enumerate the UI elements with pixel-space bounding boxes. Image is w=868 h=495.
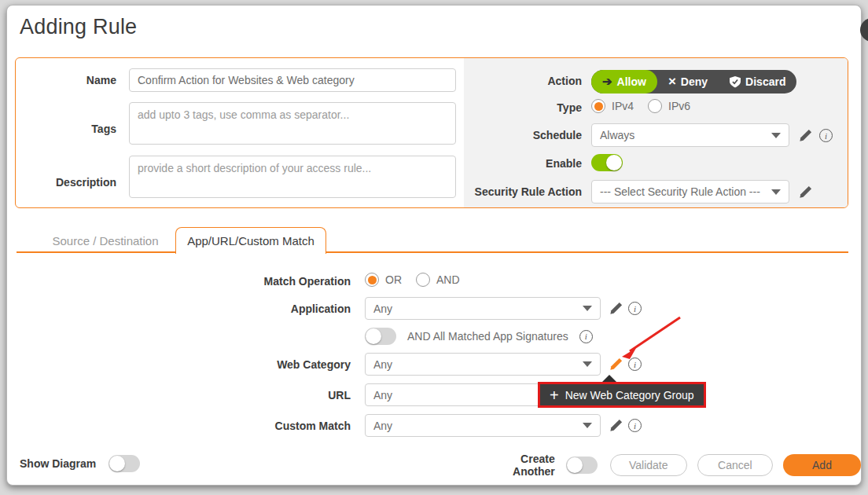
- validate-button[interactable]: Validate: [610, 454, 687, 476]
- web-category-label: Web Category: [209, 358, 351, 371]
- custom-match-dropdown[interactable]: Any: [365, 414, 601, 437]
- schedule-info-icon[interactable]: i: [819, 129, 833, 142]
- schedule-dropdown[interactable]: Always: [591, 123, 789, 147]
- or-label: OR: [385, 273, 402, 286]
- tab-app-url-custom-match[interactable]: App/URL/Custom Match: [175, 227, 326, 254]
- chevron-down-icon: [583, 306, 592, 311]
- application-dropdown[interactable]: Any: [365, 297, 601, 320]
- ipv4-radio[interactable]: [591, 99, 605, 113]
- type-label: Type: [456, 101, 582, 114]
- show-diagram-row: Show Diagram: [20, 455, 140, 472]
- application-value: Any: [373, 302, 576, 315]
- custom-match-info-icon[interactable]: i: [628, 419, 642, 432]
- adding-rule-dialog: Adding Rule × Name Tags Description Acti…: [6, 5, 862, 486]
- add-button[interactable]: Add: [783, 454, 861, 476]
- application-edit-pencil-icon[interactable]: [609, 301, 623, 316]
- deny-label: Deny: [681, 75, 708, 88]
- chevron-down-icon: [583, 423, 592, 428]
- action-label: Action: [456, 75, 582, 87]
- action-option-allow[interactable]: ➔ Allow: [591, 70, 657, 94]
- description-label: Description: [16, 176, 116, 189]
- tags-label: Tags: [16, 123, 116, 135]
- match-operation-radio-group: OR AND: [365, 273, 474, 287]
- deny-x-icon: ×: [668, 74, 676, 90]
- custom-match-edit-pencil-icon[interactable]: [609, 418, 623, 433]
- name-input[interactable]: [129, 68, 456, 92]
- and-all-matched-toggle[interactable]: [365, 328, 396, 345]
- discard-label: Discard: [745, 75, 785, 88]
- cancel-button[interactable]: Cancel: [697, 454, 773, 476]
- and-all-matched-label: AND All Matched App Signatures: [407, 330, 568, 343]
- action-segmented-control: ➔ Allow × Deny Discard: [591, 70, 796, 94]
- and-label: AND: [436, 273, 460, 286]
- custom-match-value: Any: [373, 420, 576, 432]
- web-category-edit-pencil-icon[interactable]: [609, 357, 623, 372]
- tags-input[interactable]: [129, 102, 456, 145]
- new-web-category-group-label: New Web Category Group: [565, 389, 694, 402]
- application-info-icon[interactable]: i: [628, 302, 642, 315]
- general-section: Name Tags Description Action ➔ Allow × D…: [15, 57, 848, 208]
- match-operation-label: Match Operation: [209, 275, 351, 288]
- close-button[interactable]: ×: [860, 18, 868, 42]
- name-label: Name: [16, 74, 116, 86]
- and-radio[interactable]: [416, 273, 430, 287]
- type-radio-group: IPv4 IPv6: [591, 99, 704, 113]
- enable-label: Enable: [456, 157, 582, 170]
- tab-source-destination[interactable]: Source / Destination: [39, 229, 172, 253]
- show-diagram-toggle[interactable]: [108, 455, 140, 472]
- enable-toggle[interactable]: [591, 154, 623, 171]
- web-category-dropdown[interactable]: Any: [365, 353, 601, 376]
- page-title: Adding Rule: [20, 15, 137, 39]
- url-label: URL: [209, 389, 351, 402]
- create-another-label: Create Another: [476, 453, 555, 478]
- schedule-value: Always: [600, 129, 765, 141]
- annotation-arrow: [612, 314, 687, 362]
- web-category-info-icon[interactable]: i: [628, 358, 642, 371]
- security-rule-action-dropdown[interactable]: --- Select Security Rule Action ---: [591, 180, 789, 204]
- add-label: Add: [812, 459, 832, 471]
- application-label: Application: [209, 302, 351, 315]
- action-option-deny[interactable]: × Deny: [657, 70, 719, 94]
- schedule-label: Schedule: [456, 129, 582, 141]
- cancel-label: Cancel: [718, 459, 752, 471]
- ipv4-label: IPv4: [612, 100, 634, 112]
- chevron-down-icon: [771, 133, 781, 138]
- ipv6-radio[interactable]: [648, 99, 662, 113]
- validate-label: Validate: [629, 459, 668, 471]
- discard-shield-icon: [730, 76, 741, 88]
- and-all-matched-info-icon[interactable]: i: [579, 330, 593, 343]
- chevron-down-icon: [771, 189, 781, 195]
- security-rule-action-edit-pencil-icon[interactable]: [798, 185, 813, 200]
- chevron-down-icon: [583, 361, 592, 367]
- and-all-matched-row: AND All Matched App Signatures i: [365, 328, 593, 345]
- action-option-discard[interactable]: Discard: [719, 70, 796, 94]
- custom-match-label: Custom Match: [209, 420, 351, 432]
- security-rule-action-label: Security Rule Action: [440, 185, 582, 198]
- new-web-category-group-button[interactable]: + New Web Category Group: [538, 382, 706, 408]
- allow-label: Allow: [617, 75, 646, 88]
- web-category-value: Any: [373, 358, 576, 371]
- tab-source-destination-label: Source / Destination: [52, 234, 158, 248]
- tab-app-url-custom-match-label: App/URL/Custom Match: [187, 234, 314, 248]
- tooltip-caret: [602, 375, 616, 382]
- or-radio[interactable]: [365, 273, 379, 287]
- footer-actions: Create Another Validate Cancel Add: [476, 453, 861, 478]
- schedule-edit-pencil-icon[interactable]: [798, 128, 813, 143]
- create-another-toggle[interactable]: [566, 456, 598, 474]
- show-diagram-label: Show Diagram: [20, 457, 96, 470]
- ipv6-label: IPv6: [668, 100, 690, 112]
- plus-icon: +: [550, 387, 559, 403]
- security-rule-action-value: --- Select Security Rule Action ---: [600, 185, 765, 198]
- description-input[interactable]: [129, 156, 456, 198]
- allow-arrow-icon: ➔: [602, 75, 612, 89]
